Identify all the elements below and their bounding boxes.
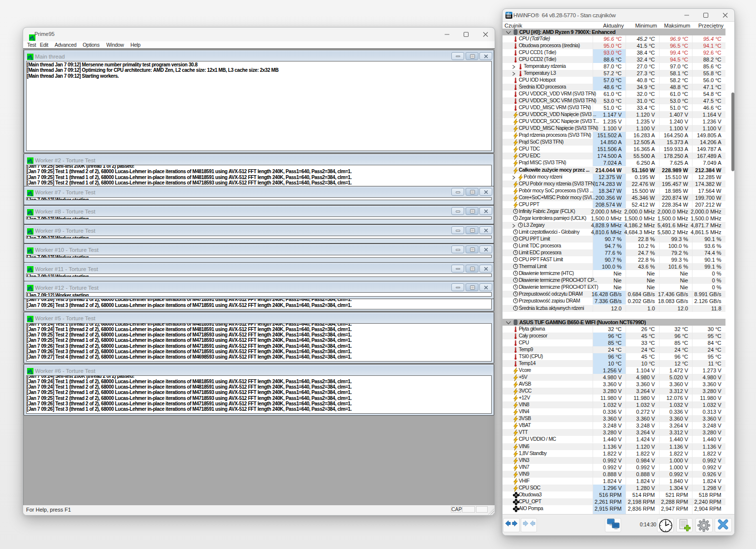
svg-text:-1: -1 xyxy=(30,231,32,234)
svg-text:-1: -1 xyxy=(30,57,32,60)
svg-text:-1: -1 xyxy=(30,160,32,164)
svg-text:-1: -1 xyxy=(30,212,32,215)
svg-text:-1: -1 xyxy=(30,288,32,291)
svg-text:-1: -1 xyxy=(32,37,34,41)
svg-text:-1: -1 xyxy=(30,269,32,273)
svg-text:-1: -1 xyxy=(30,250,32,253)
svg-text:-1: -1 xyxy=(30,192,32,196)
svg-text:-1: -1 xyxy=(30,371,32,374)
svg-text:-1: -1 xyxy=(30,318,32,322)
